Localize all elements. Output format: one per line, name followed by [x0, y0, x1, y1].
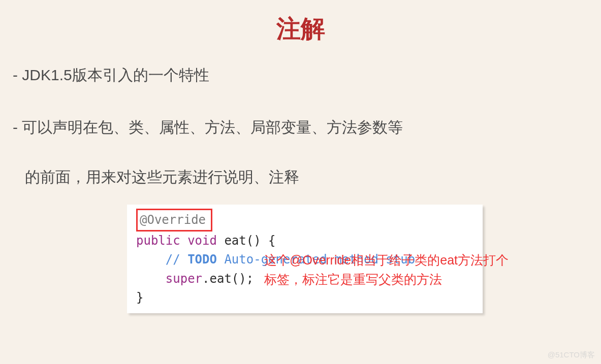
bullet-list: - JDK1.5版本引入的一个特性 - 可以声明在包、类、属性、方法、局部变量、…	[0, 63, 601, 189]
comment-todo: TODO	[180, 252, 217, 267]
bullet-item-1: - JDK1.5版本引入的一个特性	[13, 63, 588, 87]
page-title: 注解	[0, 0, 601, 63]
keyword-super: super	[166, 272, 202, 286]
red-annotation: 这个@Override相当于给子类的eat方法打个 标签，标注它是重写父类的方法	[264, 251, 579, 289]
keyword-public: public	[136, 234, 180, 248]
close-brace: }	[136, 290, 143, 305]
bullet-item-2: - 可以声明在包、类、属性、方法、局部变量、方法参数等	[13, 115, 588, 140]
code-line-1: @Override	[136, 209, 473, 231]
open-brace: {	[261, 234, 276, 248]
annotation-line-2: 标签，标注它是重写父类的方法	[264, 270, 579, 289]
code-line-2: public void eat() {	[136, 231, 473, 250]
code-line-5: }	[136, 288, 473, 307]
annotation-line-1: 这个@Override相当于给子类的eat方法打个	[264, 251, 579, 270]
parens: ()	[246, 234, 261, 248]
override-annotation: @Override	[136, 209, 212, 231]
method-name: eat	[217, 234, 246, 248]
keyword-void: void	[187, 234, 217, 248]
method-call: .eat();	[202, 272, 254, 286]
comment-slash: //	[166, 252, 180, 267]
bullet-item-2-cont: 的前面，用来对这些元素进行说明、注释	[13, 165, 588, 189]
watermark: @51CTO博客	[548, 350, 595, 360]
